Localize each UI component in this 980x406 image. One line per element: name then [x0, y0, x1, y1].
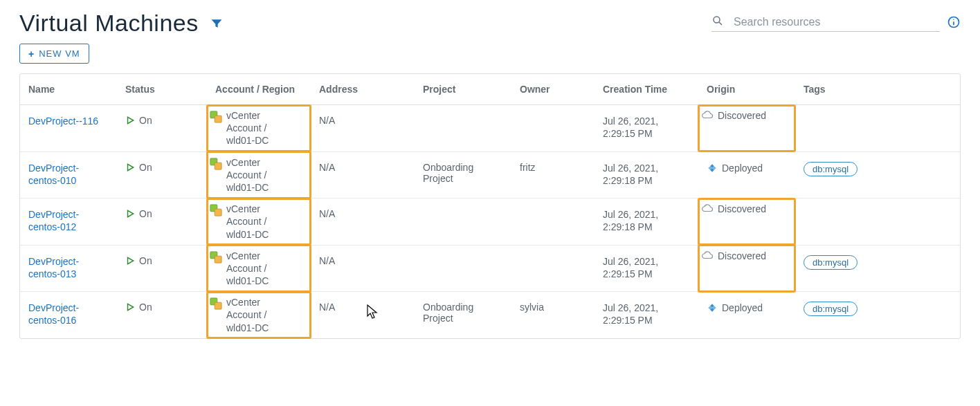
creation-time-cell: Jul 26, 2021, 2:29:15 PM	[595, 105, 698, 152]
origin-cell: Discovered	[701, 109, 770, 122]
svg-marker-15	[128, 210, 134, 216]
account-cell: vCenter Account / wld01-DC	[210, 250, 286, 288]
tag-pill[interactable]: db:mysql	[804, 302, 858, 316]
deployed-icon	[707, 163, 718, 176]
col-status[interactable]: Status	[117, 74, 207, 105]
tags-cell	[795, 199, 960, 246]
account-cell: vCenter Account / wld01-DC	[210, 296, 286, 334]
svg-marker-5	[128, 117, 134, 123]
account-cell: vCenter Account / wld01-DC	[210, 156, 286, 194]
origin-label: Discovered	[718, 109, 766, 122]
vm-name-link[interactable]: DevProject-centos-013	[28, 255, 105, 280]
col-name[interactable]: Name	[20, 74, 117, 105]
vm-name-link[interactable]: DevProject-centos-010	[28, 162, 105, 187]
origin-label: Deployed	[722, 162, 763, 174]
cloud-icon	[701, 250, 714, 263]
cloud-icon	[701, 203, 714, 216]
creation-time-cell: Jul 26, 2021, 2:29:15 PM	[595, 245, 698, 292]
vcenter-icon	[210, 158, 222, 173]
owner-cell	[511, 245, 595, 292]
col-address[interactable]: Address	[311, 74, 415, 105]
col-account[interactable]: Account / Region	[207, 74, 311, 105]
svg-marker-8	[128, 164, 134, 170]
owner-cell	[511, 105, 595, 152]
table-row: DevProject-centos-012OnvCenter Account /…	[20, 199, 960, 246]
svg-rect-7	[215, 116, 221, 122]
owner-cell: fritz	[511, 151, 595, 199]
address-cell: N/A	[311, 105, 415, 152]
vcenter-icon	[210, 297, 222, 313]
address-cell: N/A	[311, 292, 415, 338]
status-cell: On	[125, 115, 199, 127]
tags-cell: db:mysql	[795, 245, 960, 292]
origin-label: Discovered	[718, 203, 766, 215]
cloud-icon	[701, 110, 714, 122]
table-header-row: Name Status Account / Region Address Pro…	[20, 74, 960, 105]
new-vm-button[interactable]: + NEW VM	[19, 44, 89, 64]
vm-name-link[interactable]: DevProject--116	[28, 115, 105, 127]
creation-time-cell: Jul 26, 2021, 2:29:18 PM	[595, 199, 698, 246]
account-text: vCenter Account / wld01-DC	[226, 203, 286, 241]
origin-cell: Deployed	[707, 162, 776, 176]
status-label: On	[139, 208, 152, 219]
address-cell: N/A	[311, 151, 415, 199]
creation-time-cell: Jul 26, 2021, 2:29:15 PM	[595, 292, 698, 338]
address-cell: N/A	[311, 245, 415, 292]
running-icon	[125, 209, 135, 221]
col-tags[interactable]: Tags	[795, 74, 960, 105]
account-text: vCenter Account / wld01-DC	[226, 250, 286, 288]
search-box[interactable]	[711, 15, 940, 32]
svg-point-0	[714, 17, 720, 23]
owner-cell: sylvia	[511, 292, 595, 338]
page-title: Virtual Machines	[19, 10, 199, 37]
account-text: vCenter Account / wld01-DC	[226, 296, 286, 334]
running-icon	[125, 256, 135, 268]
status-label: On	[139, 302, 152, 313]
svg-point-4	[953, 19, 954, 20]
svg-line-1	[719, 22, 722, 25]
col-origin[interactable]: Origin	[698, 74, 795, 105]
account-cell: vCenter Account / wld01-DC	[210, 109, 286, 147]
origin-cell: Discovered	[701, 250, 770, 263]
svg-rect-17	[215, 209, 221, 216]
status-cell: On	[125, 302, 199, 314]
project-cell: Onboarding Project	[415, 151, 511, 199]
origin-label: Discovered	[718, 250, 766, 262]
project-cell: Onboarding Project	[415, 292, 511, 338]
vcenter-icon	[210, 111, 222, 126]
svg-marker-18	[128, 257, 134, 264]
filter-icon[interactable]	[210, 17, 224, 30]
search-icon	[711, 15, 724, 30]
status-label: On	[139, 115, 152, 126]
tags-cell: db:mysql	[795, 151, 960, 199]
table-row: DevProject--116OnvCenter Account / wld01…	[20, 105, 960, 152]
new-vm-label: NEW VM	[39, 48, 80, 59]
running-icon	[125, 163, 135, 174]
account-text: vCenter Account / wld01-DC	[226, 109, 286, 147]
account-cell: vCenter Account / wld01-DC	[210, 203, 286, 241]
col-project[interactable]: Project	[415, 74, 511, 105]
project-cell	[415, 199, 511, 246]
vm-name-link[interactable]: DevProject-centos-016	[28, 302, 105, 326]
project-cell	[415, 245, 511, 292]
status-cell: On	[125, 208, 199, 221]
status-cell: On	[125, 162, 199, 174]
tag-pill[interactable]: db:mysql	[804, 162, 858, 176]
table-row: DevProject-centos-013OnvCenter Account /…	[20, 245, 960, 292]
col-owner[interactable]: Owner	[511, 74, 595, 105]
running-icon	[125, 116, 135, 127]
deployed-icon	[707, 302, 718, 316]
origin-cell: Deployed	[707, 302, 776, 316]
svg-rect-23	[215, 302, 221, 309]
running-icon	[125, 302, 135, 314]
status-label: On	[139, 255, 152, 266]
info-icon[interactable]	[947, 15, 961, 32]
account-text: vCenter Account / wld01-DC	[226, 156, 286, 194]
owner-cell	[511, 199, 595, 246]
tag-pill[interactable]: db:mysql	[804, 255, 858, 270]
svg-rect-10	[215, 163, 221, 169]
vm-name-link[interactable]: DevProject-centos-012	[28, 208, 105, 233]
tags-cell	[795, 105, 960, 152]
col-creation[interactable]: Creation Time	[595, 74, 698, 105]
search-input[interactable]	[732, 15, 940, 29]
